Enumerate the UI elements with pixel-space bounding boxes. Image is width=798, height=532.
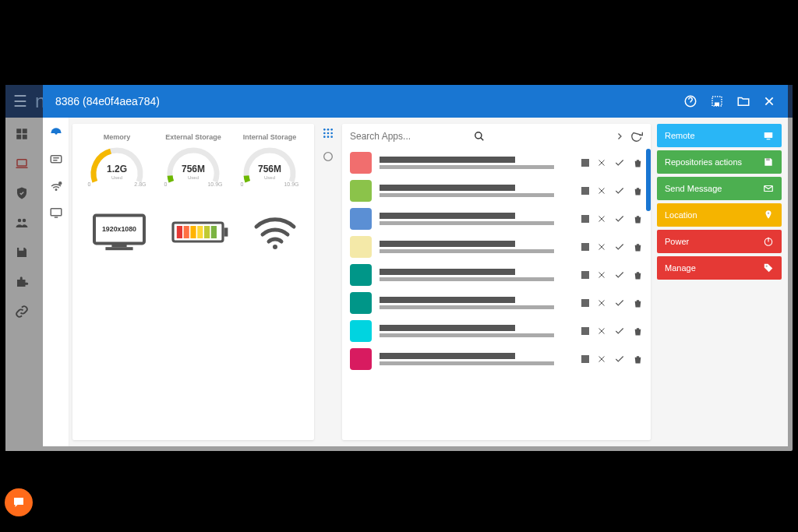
help-icon[interactable]: [683, 94, 697, 108]
trash-icon[interactable]: [633, 270, 643, 280]
check-icon[interactable]: [614, 298, 625, 308]
trash-icon[interactable]: [633, 186, 643, 196]
tab-display[interactable]: [48, 205, 64, 220]
chevron-right-icon[interactable]: [615, 132, 624, 141]
close-icon[interactable]: [597, 214, 606, 224]
app-row[interactable]: [342, 177, 651, 205]
pin-icon: [763, 210, 774, 220]
menu-icon[interactable]: ☰: [13, 92, 27, 111]
app-color-swatch: [350, 264, 372, 286]
modal-title: 8386 (84e0f4aea784): [55, 95, 160, 107]
refresh-icon[interactable]: [630, 130, 643, 143]
action-location[interactable]: Location: [657, 203, 782, 227]
svg-point-63: [475, 132, 482, 139]
close-icon[interactable]: [763, 95, 775, 107]
action-remote[interactable]: Remote: [657, 124, 782, 147]
close-icon[interactable]: [597, 298, 606, 308]
check-icon[interactable]: [614, 354, 625, 365]
folder-icon[interactable]: [736, 94, 750, 108]
apps-search-input[interactable]: [350, 131, 468, 142]
save-icon: [763, 157, 774, 167]
svg-point-55: [330, 129, 333, 131]
scrollbar[interactable]: [646, 149, 651, 211]
trash-icon[interactable]: [633, 158, 643, 168]
svg-point-85: [768, 213, 769, 214]
tab-dashboard[interactable]: [48, 125, 64, 141]
wifi-icon: [252, 213, 298, 252]
close-icon[interactable]: [597, 326, 606, 336]
svg-rect-47: [184, 226, 189, 238]
action-repositories actions[interactable]: Repositories actions: [657, 150, 782, 174]
mail-icon: [763, 183, 774, 194]
svg-rect-43: [106, 247, 133, 250]
stop-icon[interactable]: [581, 215, 589, 223]
svg-rect-51: [211, 226, 217, 238]
monitor-icon: [763, 130, 774, 141]
modal-header: 8386 (84e0f4aea784): [43, 85, 788, 118]
svg-point-53: [323, 129, 326, 131]
trash-icon[interactable]: [633, 242, 643, 252]
tab-messages[interactable]: [48, 152, 64, 167]
middle-controls: [317, 118, 339, 446]
trash-icon[interactable]: [633, 214, 643, 224]
app-row[interactable]: [342, 289, 651, 317]
sync-icon[interactable]: [322, 150, 334, 163]
svg-text:756M: 756M: [182, 164, 205, 174]
close-icon[interactable]: [597, 158, 606, 167]
svg-point-61: [330, 136, 333, 138]
close-icon[interactable]: [597, 242, 606, 252]
svg-point-59: [323, 136, 326, 138]
app-row[interactable]: [342, 261, 651, 289]
chat-button[interactable]: [5, 488, 33, 516]
svg-rect-46: [177, 226, 182, 238]
close-icon[interactable]: [597, 354, 606, 364]
device-modal: 8386 (84e0f4aea784) Memory 1.: [43, 85, 788, 446]
trash-icon[interactable]: [633, 326, 643, 336]
check-icon[interactable]: [614, 185, 625, 196]
svg-point-60: [327, 136, 330, 138]
app-row[interactable]: [342, 233, 651, 261]
power-icon: [763, 236, 774, 247]
stop-icon[interactable]: [581, 243, 589, 251]
action-power[interactable]: Power: [657, 230, 782, 253]
grid-icon[interactable]: [322, 127, 334, 139]
svg-point-58: [330, 132, 333, 135]
svg-rect-23: [715, 103, 719, 107]
svg-line-64: [481, 138, 484, 141]
action-manage[interactable]: Manage: [657, 256, 782, 280]
stop-icon[interactable]: [581, 187, 589, 195]
check-icon[interactable]: [614, 241, 625, 252]
search-icon[interactable]: [474, 131, 485, 142]
app-color-swatch: [350, 320, 372, 342]
trash-icon[interactable]: [633, 298, 643, 308]
svg-point-88: [766, 266, 768, 267]
stop-icon[interactable]: [581, 327, 589, 335]
apps-panel: [342, 124, 651, 440]
tab-network[interactable]: [48, 178, 64, 194]
trash-icon[interactable]: [633, 354, 643, 365]
resolution-icon: 1920x1080: [88, 210, 150, 254]
stop-icon[interactable]: [581, 299, 589, 307]
select-icon[interactable]: [710, 94, 724, 108]
svg-text:Used: Used: [111, 175, 122, 180]
svg-point-56: [323, 132, 326, 135]
close-icon[interactable]: [597, 270, 606, 280]
app-color-swatch: [350, 208, 372, 230]
app-row[interactable]: [342, 149, 651, 177]
app-row[interactable]: [342, 345, 651, 373]
stop-icon[interactable]: [581, 159, 589, 167]
svg-text:Used: Used: [188, 175, 199, 180]
check-icon[interactable]: [614, 157, 625, 168]
dashboard-panel: Memory 1.2G Used 02.8G External Storage …: [72, 124, 314, 440]
check-icon[interactable]: [614, 270, 625, 280]
close-icon[interactable]: [597, 186, 606, 196]
svg-rect-49: [197, 226, 203, 238]
app-row[interactable]: [342, 205, 651, 233]
check-icon[interactable]: [614, 326, 625, 336]
stop-icon[interactable]: [581, 271, 589, 279]
app-row[interactable]: [342, 317, 651, 345]
svg-point-57: [327, 132, 330, 135]
stop-icon[interactable]: [581, 355, 589, 363]
check-icon[interactable]: [614, 213, 625, 224]
action-send message[interactable]: Send Message: [657, 177, 782, 200]
